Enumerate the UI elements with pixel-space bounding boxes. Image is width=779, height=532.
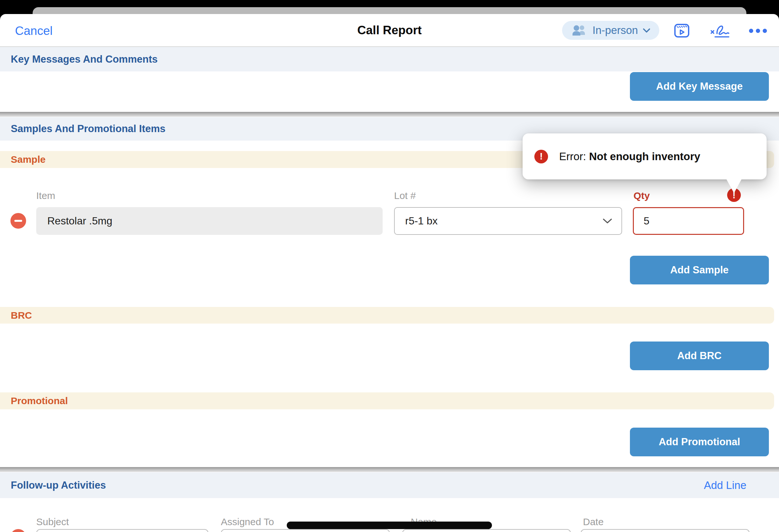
signature-icon bbox=[709, 23, 731, 40]
subsection-brc: BRC bbox=[0, 307, 774, 323]
chevron-down-icon bbox=[643, 28, 651, 33]
error-tooltip-text: Error: Not enough inventory bbox=[559, 151, 700, 163]
lot-select[interactable]: r5-1 bx bbox=[394, 207, 622, 235]
add-sample-button[interactable]: Add Sample bbox=[630, 256, 769, 284]
subsection-label: Promotional bbox=[11, 395, 68, 406]
qty-label: Qty bbox=[634, 190, 650, 201]
date-input[interactable] bbox=[581, 529, 750, 532]
subsection-promotional: Promotional bbox=[0, 393, 774, 409]
section-header-followup: Follow-up Activities Add Line bbox=[0, 472, 779, 498]
subject-label: Subject bbox=[36, 516, 69, 527]
call-type-label: In-person bbox=[592, 24, 638, 37]
section-title: Key Messages And Comments bbox=[11, 54, 158, 65]
name-input[interactable] bbox=[402, 529, 571, 532]
subject-input[interactable] bbox=[36, 529, 208, 532]
qty-input[interactable] bbox=[633, 207, 744, 235]
subsection-label: Sample bbox=[11, 154, 46, 165]
add-brc-button[interactable]: Add BRC bbox=[630, 342, 769, 370]
error-tooltip: ! Error: Not enough inventory bbox=[523, 133, 767, 179]
redaction-bar bbox=[287, 522, 492, 529]
item-field[interactable] bbox=[36, 207, 383, 235]
people-icon bbox=[571, 24, 588, 37]
error-tooltip-tail bbox=[726, 179, 742, 193]
media-player-icon bbox=[673, 21, 691, 40]
page-title: Call Report bbox=[0, 23, 779, 37]
add-promotional-button[interactable]: Add Promotional bbox=[630, 428, 769, 456]
call-type-dropdown[interactable]: In-person bbox=[562, 21, 659, 40]
error-icon: ! bbox=[534, 150, 548, 163]
section-divider bbox=[0, 467, 779, 472]
lot-value: r5-1 bx bbox=[405, 215, 438, 227]
section-title: Samples And Promotional Items bbox=[11, 123, 165, 135]
add-line-link[interactable]: Add Line bbox=[704, 479, 746, 491]
section-title: Follow-up Activities bbox=[11, 479, 106, 491]
media-player-button[interactable] bbox=[673, 21, 691, 40]
date-label: Date bbox=[583, 516, 603, 527]
more-options-button[interactable] bbox=[748, 27, 768, 34]
subsection-label: BRC bbox=[11, 310, 32, 321]
dropdown-chevron-icon bbox=[602, 218, 612, 224]
ellipsis-icon bbox=[749, 29, 753, 33]
signature-button[interactable] bbox=[709, 23, 731, 40]
section-divider bbox=[0, 112, 779, 117]
assigned-to-label: Assigned To bbox=[221, 516, 274, 527]
assigned-to-input[interactable] bbox=[221, 529, 390, 532]
item-label: Item bbox=[36, 190, 55, 201]
add-key-message-button[interactable]: Add Key Message bbox=[630, 72, 769, 101]
section-header-key-messages: Key Messages And Comments bbox=[0, 47, 779, 71]
remove-sample-row-button[interactable] bbox=[10, 213, 26, 229]
call-report-screen: Cancel Call Report In-person bbox=[0, 0, 779, 532]
lot-label: Lot # bbox=[394, 190, 416, 201]
